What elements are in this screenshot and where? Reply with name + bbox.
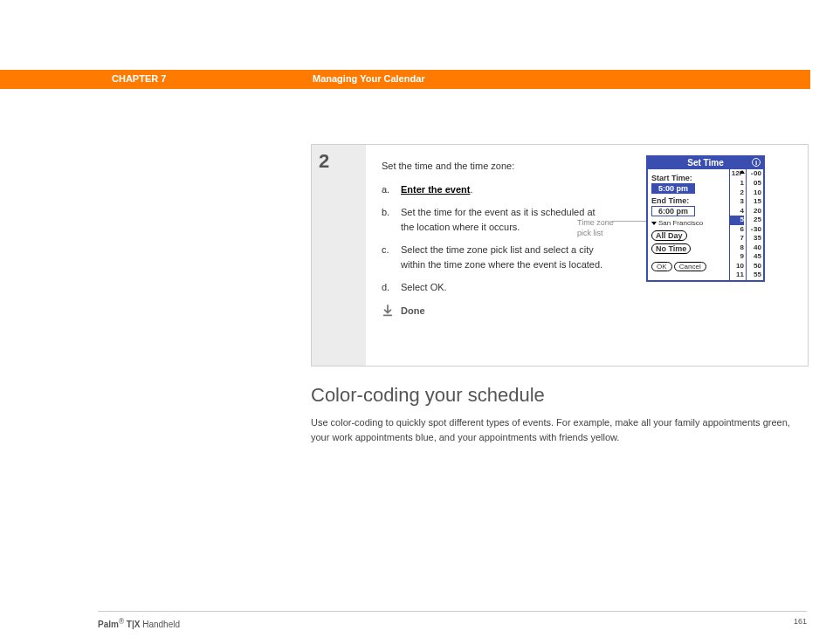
hours-column: 12P1234567891011 (730, 169, 746, 280)
page-number: 161 (794, 617, 807, 626)
step-number: 2 (319, 150, 329, 173)
section-color-coding: Color-coding your schedule Use color-cod… (311, 384, 800, 444)
palm-titlebar: Set Time i (648, 157, 763, 169)
start-time-value: 5:00 pm (651, 183, 695, 194)
done-label: Done (401, 304, 425, 319)
timezone-picklist: San Francisco (651, 219, 726, 227)
chapter-title: Managing Your Calendar (313, 73, 425, 84)
step-item-a: a. Enter the event. (382, 182, 609, 197)
page-footer: Palm® T|X Handheld 161 (98, 611, 807, 629)
done-arrow-icon (382, 305, 394, 317)
enter-event-link[interactable]: Enter the event (401, 184, 470, 195)
callout-label: Time zone pick list (577, 218, 614, 238)
minutes-column: 000510152025303540455055 (746, 169, 763, 280)
step-left-gutter: 2 (312, 145, 366, 366)
cancel-button: Cancel (674, 262, 706, 271)
step-item-d: d. Select OK. (382, 280, 609, 295)
done-row: Done (382, 304, 609, 319)
step-list: a. Enter the event. b. Set the time for … (382, 182, 609, 295)
chapter-header: CHAPTER 7 Managing Your Calendar (0, 70, 810, 89)
step-body: Set the time and the time zone: a. Enter… (382, 159, 609, 318)
end-time-label: End Time: (651, 196, 726, 205)
ok-button: OK (651, 262, 672, 271)
chapter-number: CHAPTER 7 (112, 73, 166, 84)
step-item-b: b. Set the time for the event as it is s… (382, 205, 609, 234)
section-body: Use color-coding to quickly spot differe… (311, 415, 800, 444)
start-time-label: Start Time: (651, 174, 726, 182)
footer-brand: Palm® T|X Handheld (98, 620, 180, 629)
section-heading: Color-coding your schedule (311, 384, 800, 407)
no-time-button: No Time (651, 243, 691, 254)
step-intro: Set the time and the time zone: (382, 159, 609, 174)
info-icon: i (752, 158, 761, 167)
step-item-c: c. Select the time zone pick list and se… (382, 243, 609, 271)
end-time-value: 6:00 pm (651, 206, 695, 216)
palm-screenshot: Set Time i Start Time: 5:00 pm End Time:… (646, 155, 765, 282)
all-day-button: All Day (651, 230, 687, 241)
dropdown-triangle-icon (651, 222, 657, 225)
